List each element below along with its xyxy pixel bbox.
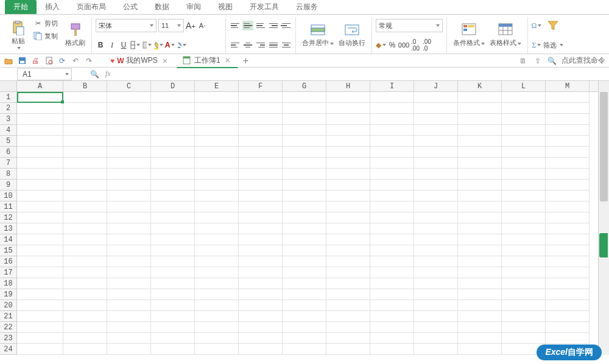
cell[interactable] bbox=[414, 245, 458, 256]
cell[interactable] bbox=[458, 212, 502, 223]
cell[interactable] bbox=[414, 256, 458, 267]
row-header[interactable]: 18 bbox=[0, 278, 16, 289]
doc-icon[interactable]: 🗎 bbox=[518, 56, 528, 66]
cell[interactable] bbox=[151, 180, 195, 191]
cell[interactable] bbox=[107, 322, 151, 333]
cell[interactable] bbox=[107, 191, 151, 201]
indent-decrease-button[interactable] bbox=[268, 21, 279, 30]
cell[interactable] bbox=[151, 147, 195, 158]
cell[interactable] bbox=[414, 136, 458, 147]
increase-font-icon[interactable]: A+ bbox=[186, 21, 195, 30]
row-header[interactable]: 7 bbox=[0, 158, 16, 169]
cell[interactable] bbox=[414, 191, 458, 201]
preview-icon[interactable] bbox=[44, 56, 54, 66]
italic-button[interactable]: I bbox=[107, 40, 117, 50]
cell[interactable] bbox=[546, 212, 590, 223]
cell[interactable] bbox=[195, 267, 239, 278]
column-header[interactable]: H bbox=[326, 81, 370, 91]
decrease-font-icon[interactable]: A- bbox=[197, 21, 207, 30]
redo-icon[interactable]: ↷ bbox=[84, 56, 94, 66]
column-header[interactable]: A bbox=[17, 81, 63, 91]
cell[interactable] bbox=[107, 114, 151, 125]
cell[interactable] bbox=[370, 92, 414, 103]
cell[interactable] bbox=[370, 256, 414, 267]
menu-tab-view[interactable]: 视图 bbox=[209, 0, 241, 14]
font-name-select[interactable]: 宋体 bbox=[96, 19, 157, 32]
cell[interactable] bbox=[17, 103, 63, 114]
cell[interactable] bbox=[195, 169, 239, 180]
cell[interactable] bbox=[239, 103, 283, 114]
cell[interactable] bbox=[239, 125, 283, 136]
menu-tab-cloud[interactable]: 云服务 bbox=[287, 0, 326, 14]
cell[interactable] bbox=[326, 158, 370, 169]
cell[interactable] bbox=[151, 311, 195, 322]
cell[interactable] bbox=[239, 234, 283, 245]
cell[interactable] bbox=[326, 125, 370, 136]
cell[interactable] bbox=[195, 234, 239, 245]
cell[interactable] bbox=[107, 212, 151, 223]
cell[interactable] bbox=[326, 234, 370, 245]
share-icon[interactable]: ⇪ bbox=[533, 56, 543, 66]
cell[interactable] bbox=[546, 147, 590, 158]
cell[interactable] bbox=[107, 201, 151, 212]
cell[interactable] bbox=[195, 201, 239, 212]
cell[interactable] bbox=[63, 92, 107, 103]
cell[interactable] bbox=[63, 333, 107, 344]
cell[interactable] bbox=[326, 245, 370, 256]
row-header[interactable]: 6 bbox=[0, 147, 16, 158]
cell[interactable] bbox=[283, 136, 326, 147]
column-header[interactable]: G bbox=[283, 81, 326, 91]
cell[interactable] bbox=[326, 223, 370, 234]
cell[interactable] bbox=[283, 245, 326, 256]
cell[interactable] bbox=[502, 300, 546, 311]
cell[interactable] bbox=[458, 223, 502, 234]
cell[interactable] bbox=[326, 278, 370, 289]
cell[interactable] bbox=[151, 158, 195, 169]
menu-tab-layout[interactable]: 页面布局 bbox=[68, 0, 114, 14]
cell[interactable] bbox=[239, 147, 283, 158]
cell[interactable] bbox=[502, 311, 546, 322]
sigma-icon[interactable]: Σ bbox=[532, 40, 541, 50]
cell[interactable] bbox=[195, 114, 239, 125]
cell[interactable] bbox=[195, 158, 239, 169]
cell[interactable] bbox=[370, 278, 414, 289]
comma-button[interactable]: 000 bbox=[399, 40, 409, 50]
cell[interactable] bbox=[458, 278, 502, 289]
cell[interactable] bbox=[63, 191, 107, 201]
cell[interactable] bbox=[546, 92, 590, 103]
cell[interactable] bbox=[283, 256, 326, 267]
cell[interactable] bbox=[326, 92, 370, 103]
cell[interactable] bbox=[546, 278, 590, 289]
cell[interactable] bbox=[283, 201, 326, 212]
cell[interactable] bbox=[458, 300, 502, 311]
scrollbar-thumb[interactable] bbox=[600, 92, 608, 201]
cell[interactable] bbox=[370, 147, 414, 158]
cell[interactable] bbox=[63, 180, 107, 191]
cell[interactable] bbox=[546, 180, 590, 191]
side-panel-toggle[interactable] bbox=[599, 233, 608, 257]
cell[interactable] bbox=[151, 92, 195, 103]
fill-color-button[interactable] bbox=[153, 40, 163, 50]
open-icon[interactable] bbox=[4, 56, 13, 66]
cell[interactable] bbox=[283, 344, 326, 355]
cell[interactable] bbox=[63, 322, 107, 333]
cell[interactable] bbox=[17, 136, 63, 147]
undo-icon[interactable]: ↶ bbox=[71, 56, 80, 66]
cell[interactable] bbox=[17, 311, 63, 322]
row-header[interactable]: 14 bbox=[0, 234, 16, 245]
cell[interactable] bbox=[107, 223, 151, 234]
cell[interactable] bbox=[283, 322, 326, 333]
cell[interactable] bbox=[107, 300, 151, 311]
cell[interactable] bbox=[107, 344, 151, 355]
cell[interactable] bbox=[283, 191, 326, 201]
cell[interactable] bbox=[502, 103, 546, 114]
cell[interactable] bbox=[283, 278, 326, 289]
cell[interactable] bbox=[17, 267, 63, 278]
cell[interactable] bbox=[370, 322, 414, 333]
close-wps-tab[interactable]: × bbox=[160, 56, 170, 66]
cell[interactable] bbox=[502, 223, 546, 234]
cell[interactable] bbox=[151, 333, 195, 344]
cell[interactable] bbox=[414, 344, 458, 355]
cell[interactable] bbox=[17, 256, 63, 267]
row-header[interactable]: 13 bbox=[0, 223, 16, 234]
